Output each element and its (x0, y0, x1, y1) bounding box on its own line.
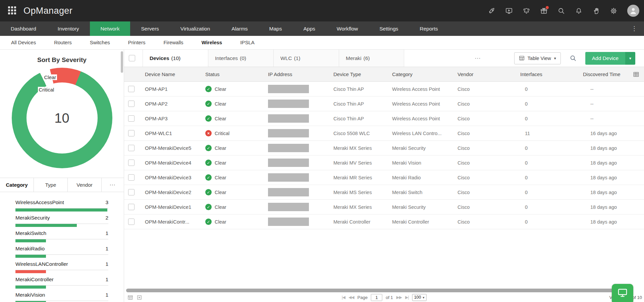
select-all-checkbox[interactable] (129, 55, 135, 61)
device-name-link[interactable]: OPM-MerakiDevice4 (145, 160, 205, 166)
search-icon[interactable] (570, 55, 577, 62)
table-row[interactable]: OPM-WLC1×CriticalCisco 5508 WLCWireless … (124, 126, 644, 141)
sidebar-tab-category[interactable]: Category (0, 178, 34, 192)
next-page-button[interactable]: ▶▶ (396, 295, 402, 300)
nav-item-reports[interactable]: Reports (409, 21, 448, 36)
remote-demo-screen-icon[interactable] (505, 7, 513, 15)
nav-item-maps[interactable]: Maps (259, 21, 293, 36)
table-view-button[interactable]: Table View ▾ (514, 52, 561, 64)
sidebar-tab-type[interactable]: Type (34, 178, 68, 192)
live-chat-button[interactable] (612, 284, 633, 302)
subnav-item-ipsla[interactable]: IPSLA (231, 36, 264, 49)
tabs-overflow-icon[interactable]: ⋯ (475, 55, 482, 62)
row-checkbox[interactable] (128, 189, 135, 195)
device-name-link[interactable]: OPM-MerakiDevice2 (145, 189, 205, 195)
table-row[interactable]: OPM-AP2✓ClearCisco Thin APWireless Acces… (124, 97, 644, 111)
settings-gear-icon[interactable] (610, 7, 618, 15)
export-excel-icon[interactable] (137, 295, 142, 300)
device-name-link[interactable]: OPM-MerakiDevice1 (145, 204, 205, 210)
nav-item-apps[interactable]: Apps (292, 21, 326, 36)
nav-item-network[interactable]: Network (90, 21, 130, 36)
device-name-link[interactable]: OPM-MerakiDevice3 (145, 175, 205, 180)
tab-wlc[interactable]: WLC(1) (273, 50, 339, 67)
column-header-interfaces[interactable]: Interfaces (520, 71, 583, 77)
row-checkbox[interactable] (128, 160, 135, 166)
table-row[interactable]: OPM-MerakiDevice5✓ClearMeraki MX SeriesM… (124, 141, 644, 156)
apps-grid-icon[interactable] (8, 6, 17, 15)
column-chooser-icon[interactable] (633, 71, 639, 77)
subnav-item-firewalls[interactable]: Firewalls (154, 36, 192, 49)
row-checkbox[interactable] (128, 204, 135, 210)
subnav-item-all-devices[interactable]: All Devices (2, 36, 45, 49)
user-avatar[interactable] (627, 5, 639, 17)
row-checkbox[interactable] (128, 115, 135, 122)
category-item-merakivision[interactable]: MerakiVision1 (15, 292, 108, 302)
subnav-item-switches[interactable]: Switches (81, 36, 119, 49)
nav-item-workflow[interactable]: Workflow (326, 21, 369, 36)
table-row[interactable]: OPM-AP1✓ClearCisco Thin APWireless Acces… (124, 82, 644, 97)
support-hand-icon[interactable] (592, 7, 600, 15)
category-item-wirelessaccesspoint[interactable]: WirelessAccessPoint3 (15, 199, 108, 212)
table-row[interactable]: OPM-MerakiDevice1✓ClearMeraki MX SeriesM… (124, 200, 644, 215)
row-checkbox[interactable] (128, 130, 135, 136)
category-label: MerakiRadio (15, 246, 45, 252)
category-item-merakicontroller[interactable]: MerakiController1 (15, 277, 108, 289)
tab-devices[interactable]: Devices(10) (143, 50, 208, 67)
subnav-item-wireless[interactable]: Wireless (193, 36, 231, 49)
first-page-button[interactable]: |◀ (342, 295, 345, 300)
notifications-bell-icon[interactable] (575, 7, 583, 15)
table-row[interactable]: OPM-MerakiDevice3✓ClearMeraki MR SeriesM… (124, 170, 644, 185)
column-header-device-type[interactable]: Device Type (333, 71, 392, 77)
category-item-merakiradio[interactable]: MerakiRadio1 (15, 246, 108, 258)
category-item-merakiswitch[interactable]: MerakiSwitch1 (15, 230, 108, 242)
row-checkbox[interactable] (128, 101, 135, 107)
global-search-icon[interactable] (557, 7, 565, 15)
add-device-button[interactable]: Add Device (585, 52, 625, 65)
nav-item-dashboard[interactable]: Dashboard (0, 21, 47, 36)
prev-page-button[interactable]: ◀◀ (348, 295, 354, 300)
device-name-link[interactable]: OPM-AP1 (145, 86, 205, 92)
horizontal-scrollbar[interactable] (126, 289, 619, 292)
nav-item-alarms[interactable]: Alarms (221, 21, 258, 36)
nav-item-settings[interactable]: Settings (369, 21, 409, 36)
page-number-input[interactable] (371, 294, 382, 301)
device-name-link[interactable]: OPM-MerakiContr... (145, 219, 205, 225)
table-row[interactable]: OPM-MerakiDevice4✓ClearMeraki MV SeriesM… (124, 156, 644, 170)
last-page-button[interactable]: ▶| (405, 295, 409, 300)
table-row[interactable]: OPM-AP3✓ClearCisco Thin APWireless Acces… (124, 111, 644, 126)
table-row[interactable]: OPM-MerakiDevice2✓ClearMeraki MS SeriesM… (124, 185, 644, 200)
device-name-link[interactable]: OPM-MerakiDevice5 (145, 145, 205, 151)
row-checkbox[interactable] (128, 86, 135, 92)
subnav-item-routers[interactable]: Routers (45, 36, 81, 49)
sidebar-tab-vendor[interactable]: Vendor (68, 178, 102, 192)
ringing-bell-icon[interactable] (523, 7, 530, 15)
column-header-device-name[interactable]: Device Name (145, 71, 205, 77)
device-name-link[interactable]: OPM-AP2 (145, 101, 205, 107)
column-header-category[interactable]: Category (392, 71, 458, 77)
rocket-icon[interactable] (488, 7, 495, 15)
add-device-dropdown-button[interactable]: ▾ (625, 52, 635, 65)
column-header-vendor[interactable]: Vendor (458, 71, 520, 77)
column-header-status[interactable]: Status (205, 71, 268, 77)
row-checkbox[interactable] (128, 174, 135, 181)
tab-interfaces[interactable]: Interfaces(0) (208, 50, 273, 67)
sidebar-scrollbar[interactable] (121, 51, 123, 73)
device-name-link[interactable]: OPM-AP3 (145, 116, 205, 121)
device-name-link[interactable]: OPM-WLC1 (145, 130, 205, 136)
export-table-icon[interactable] (127, 295, 133, 300)
rewards-gift-icon[interactable] (540, 7, 548, 15)
category-item-merakisecurity[interactable]: MerakiSecurity2 (15, 215, 108, 227)
page-size-select[interactable]: 100 ▾ (412, 294, 426, 301)
nav-overflow-icon[interactable]: ⋮ (625, 21, 644, 36)
table-row[interactable]: OPM-MerakiContr...✓ClearMeraki Controlle… (124, 215, 644, 229)
nav-item-inventory[interactable]: Inventory (47, 21, 90, 36)
row-checkbox[interactable] (128, 219, 135, 225)
row-checkbox[interactable] (128, 145, 135, 151)
subnav-item-printers[interactable]: Printers (119, 36, 155, 49)
category-item-wirelesslancontroller[interactable]: WirelessLANController1 (15, 261, 108, 273)
nav-item-servers[interactable]: Servers (130, 21, 169, 36)
nav-item-virtualization[interactable]: Virtualization (170, 21, 221, 36)
column-header-ip-address[interactable]: IP Address (268, 71, 333, 77)
sidebar-tabs-overflow-icon[interactable]: ⋯ (102, 178, 124, 192)
tab-meraki[interactable]: Meraki(6) (339, 50, 404, 67)
